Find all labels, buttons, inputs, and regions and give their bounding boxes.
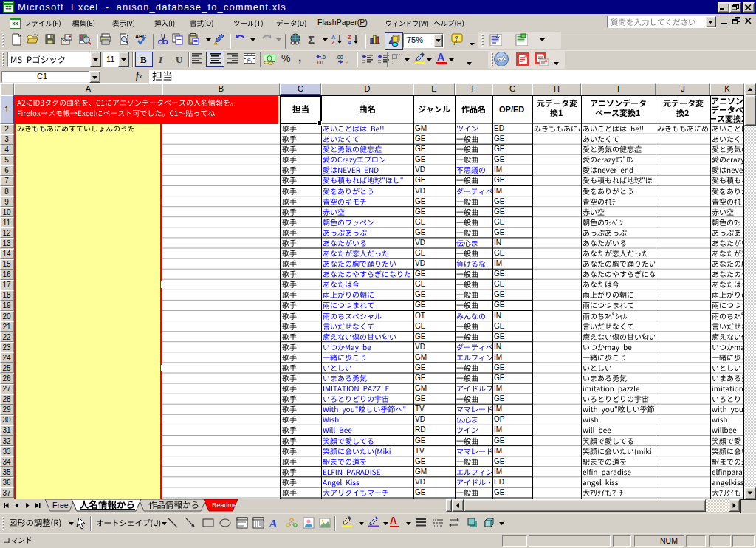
svg-text:A: A <box>269 518 278 530</box>
